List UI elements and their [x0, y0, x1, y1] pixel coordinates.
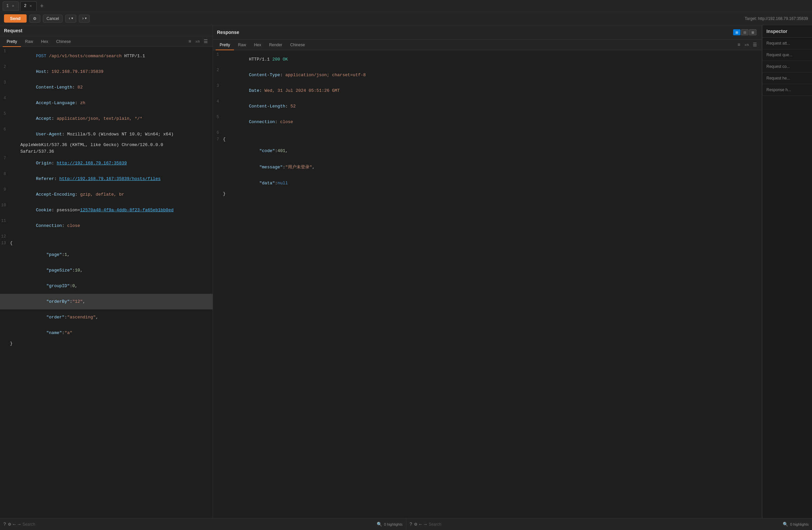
response-tabs: Pretty Raw Hex Render Chinese ≡ ⌅n ☰: [213, 40, 762, 50]
request-line-3: 3 Content-Length: 82: [0, 79, 213, 95]
request-line-9: 9 Accept-Encoding: gzip, deflate, br: [0, 187, 213, 202]
send-button[interactable]: Send: [4, 14, 27, 23]
tab-response-chinese[interactable]: Chinese: [286, 40, 309, 50]
response-format-icon[interactable]: ≡: [736, 42, 742, 47]
response-menu-icon[interactable]: ☰: [751, 42, 759, 47]
tab-request-pretty[interactable]: Pretty: [3, 36, 21, 47]
inspector-item-4[interactable]: Response h...: [763, 84, 812, 96]
settings-icon-left[interactable]: ⚙: [8, 521, 11, 527]
tab-request-chinese[interactable]: Chinese: [52, 36, 75, 47]
tab-bar: 1 ✕ 2 ✕ +: [0, 0, 812, 12]
view-btn-single[interactable]: ⊠: [749, 29, 756, 35]
request-line-12: 12: [0, 234, 213, 240]
response-highlight-count: 0 highlights: [790, 522, 809, 526]
request-line-6a: AppleWebKit/537.36 (KHTML, like Gecko) C…: [0, 142, 213, 149]
main-content: Request Pretty Raw Hex Chinese ≡ ⌅n ☰ 1 …: [0, 25, 812, 518]
response-panel-header: Response: [217, 30, 239, 35]
request-line-6b: Safari/537.36: [0, 149, 213, 156]
gear-button[interactable]: ⚙: [29, 15, 40, 23]
response-line-9: "message":"用户未登录",: [213, 159, 762, 175]
request-line-4: 4 Accept-Language: zh: [0, 95, 213, 111]
response-line-5: 5 Connection: close: [213, 114, 762, 130]
tab-response-hex[interactable]: Hex: [250, 40, 265, 50]
response-line-1: 1 HTTP/1.1 200 OK: [213, 51, 762, 67]
tab-1-close[interactable]: ✕: [11, 4, 15, 8]
tab-1-label: 1: [6, 4, 9, 8]
nav-prev-icon-left[interactable]: ←: [13, 522, 16, 527]
tab-response-render[interactable]: Render: [265, 40, 286, 50]
response-line-11: }: [213, 191, 762, 197]
tab-1[interactable]: 1 ✕: [3, 1, 19, 11]
request-line-13: 13 {: [0, 240, 213, 247]
request-highlight-count: 0 highlights: [384, 522, 403, 526]
response-wrap-icon[interactable]: ⌅n: [742, 43, 751, 47]
response-line-4: 4 Content-Length: 52: [213, 99, 762, 114]
request-line-19: "name":"a": [0, 325, 213, 341]
nav-back-dropdown-icon: ▼: [71, 17, 73, 20]
request-line-15: "pageSize":10,: [0, 263, 213, 278]
request-format-icon[interactable]: ≡: [186, 39, 193, 44]
nav-next-icon-right[interactable]: →: [424, 522, 426, 527]
response-bottom-bar: ? ⚙ ← → 🔍 0 highlights: [406, 518, 812, 530]
nav-fwd-dropdown-icon: ▼: [85, 17, 87, 20]
inspector-title: Inspector: [763, 25, 812, 38]
inspector-panel: Inspector Request att... Request que... …: [762, 25, 812, 518]
nav-fwd-icon: ›: [82, 16, 84, 21]
search-go-icon-left[interactable]: 🔍: [377, 522, 382, 527]
nav-back-icon: ‹: [68, 16, 71, 21]
settings-icon-right[interactable]: ⚙: [414, 521, 417, 527]
response-line-6: 6: [213, 130, 762, 136]
tab-request-raw[interactable]: Raw: [21, 36, 37, 47]
response-line-3: 3 Date: Wed, 31 Jul 2024 05:51:26 GMT: [213, 83, 762, 99]
request-line-10: 10 Cookie: psession=12570a48-4f9a-4ddb-8…: [0, 202, 213, 218]
tab-request-hex[interactable]: Hex: [37, 36, 52, 47]
request-line-1: 1 POST /api/v1/hosts/command/search HTTP…: [0, 48, 213, 64]
cancel-button[interactable]: Cancel: [43, 15, 62, 23]
help-icon-right[interactable]: ?: [410, 522, 412, 527]
request-line-6: 6 User-Agent: Mozilla/5.0 (Windows NT 10…: [0, 127, 213, 142]
nav-next-icon-left[interactable]: →: [18, 522, 20, 527]
inspector-item-3[interactable]: Request he...: [763, 73, 812, 84]
tab-response-pretty[interactable]: Pretty: [216, 40, 234, 50]
response-line-2: 2 Content-Type: application/json; charse…: [213, 67, 762, 83]
request-panel: Request Pretty Raw Hex Chinese ≡ ⌅n ☰ 1 …: [0, 25, 213, 518]
request-line-16: "groupID":0,: [0, 278, 213, 294]
response-search-input[interactable]: [429, 522, 781, 527]
toolbar: Send ⚙ Cancel ‹ ▼ › ▼ Target: http://192…: [0, 12, 812, 25]
request-line-14: "page":1,: [0, 247, 213, 263]
inspector-item-0[interactable]: Request att...: [763, 38, 812, 49]
response-line-10: "data":null: [213, 175, 762, 191]
tab-2-close[interactable]: ✕: [28, 4, 33, 8]
help-icon-left[interactable]: ?: [3, 522, 6, 527]
request-line-17: "orderBy":"12",: [0, 294, 213, 309]
response-code-area[interactable]: 1 HTTP/1.1 200 OK 2 Content-Type: applic…: [213, 50, 762, 518]
bottom-bar: ? ⚙ ← → 🔍 0 highlights ? ⚙ ← → 🔍 0 highl…: [0, 518, 812, 530]
request-line-11: 11 Connection: close: [0, 218, 213, 234]
nav-prev-icon-right[interactable]: ←: [419, 522, 422, 527]
response-line-7: 7 {: [213, 136, 762, 143]
request-search-input[interactable]: [23, 522, 375, 527]
view-btn-horizontal[interactable]: ⊟: [741, 29, 749, 35]
target-label: Target: http://192.168.79.167:35839: [745, 16, 808, 21]
add-tab-button[interactable]: +: [38, 3, 46, 9]
request-code-area[interactable]: 1 POST /api/v1/hosts/command/search HTTP…: [0, 47, 213, 518]
view-btn-split[interactable]: ⊞: [733, 29, 740, 35]
request-line-20: }: [0, 341, 213, 347]
tab-2[interactable]: 2 ✕: [20, 1, 37, 11]
response-panel: Response ⊞ ⊟ ⊠ Pretty Raw Hex Render Chi…: [213, 25, 762, 518]
nav-back-group[interactable]: ‹ ▼: [65, 15, 76, 23]
request-line-8: 8 Referer: http://192.168.79.167:35839/h…: [0, 171, 213, 187]
nav-fwd-group[interactable]: › ▼: [79, 15, 90, 23]
request-wrap-icon[interactable]: ⌅n: [193, 39, 202, 44]
request-bottom-bar: ? ⚙ ← → 🔍 0 highlights: [0, 518, 406, 530]
request-panel-header: Request: [0, 25, 213, 36]
inspector-item-1[interactable]: Request que...: [763, 49, 812, 61]
request-menu-icon[interactable]: ☰: [202, 39, 210, 44]
search-go-icon-right[interactable]: 🔍: [783, 522, 788, 527]
view-toggle-group: ⊞ ⊟ ⊠: [732, 28, 758, 36]
inspector-item-2[interactable]: Request co...: [763, 61, 812, 73]
response-line-8: "code":401,: [213, 143, 762, 159]
request-line-5: 5 Accept: application/json, text/plain, …: [0, 111, 213, 127]
request-line-2: 2 Host: 192.168.79.167:35839: [0, 64, 213, 79]
tab-response-raw[interactable]: Raw: [234, 40, 250, 50]
